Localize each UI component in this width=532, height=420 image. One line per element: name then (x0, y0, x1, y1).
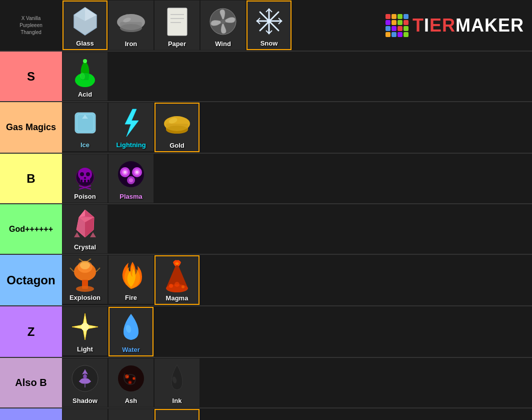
tier-items-liquid: Earth Sand (62, 408, 532, 420)
tier-items-alsob: Shadow (62, 358, 532, 407)
ink-label: Ink (172, 397, 182, 404)
tier-list: X Vanilla Purpleeen Thangled Glass (0, 0, 532, 420)
svg-rect-8 (168, 8, 187, 36)
item-lightning[interactable]: Lightning (108, 103, 154, 151)
svg-point-6 (117, 14, 145, 30)
svg-point-59 (136, 171, 138, 174)
ice-label: Ice (80, 141, 90, 149)
item-ice[interactable]: Ice (62, 103, 108, 151)
svg-point-95 (118, 365, 144, 391)
item-sand[interactable]: Sand (108, 409, 154, 420)
svg-line-80 (96, 268, 100, 272)
plasma-icon (114, 157, 148, 192)
tier-label-god: God++++++ (0, 204, 62, 254)
tier-label-alsob: Also B (0, 358, 62, 407)
svg-point-85 (182, 285, 184, 288)
item-glass[interactable]: Glass (62, 1, 108, 50)
svg-marker-68 (74, 232, 80, 237)
item-gold[interactable]: Gold (154, 103, 200, 152)
poison-icon (68, 157, 102, 192)
item-poison[interactable]: Poison (62, 154, 108, 203)
svg-marker-69 (90, 232, 96, 237)
item-acid[interactable]: Acid (62, 52, 108, 101)
svg-rect-48 (80, 180, 82, 182)
item-water[interactable]: Water (108, 307, 154, 356)
magma-icon (160, 258, 194, 293)
svg-point-40 (164, 116, 190, 131)
glass-label: Glass (76, 40, 94, 47)
svg-point-30 (83, 59, 87, 63)
crystal-label: Crystal (74, 243, 96, 251)
tier-items-gas: Ice Lightning (62, 102, 532, 153)
paper-icon (160, 4, 194, 39)
ash-label: Ash (125, 397, 138, 404)
svg-point-86 (174, 282, 180, 287)
lightning-label: Lightning (116, 141, 146, 149)
wood-icon (160, 412, 194, 420)
tier-items-z: Light Water (62, 306, 532, 357)
svg-point-61 (129, 178, 133, 182)
item-paper[interactable]: Paper (154, 1, 200, 50)
svg-rect-50 (88, 180, 90, 182)
iron-icon (114, 4, 148, 39)
svg-line-79 (70, 268, 74, 272)
creator-text: X Vanilla Purpleeen Thangled (20, 15, 42, 36)
acid-label: Acid (78, 91, 92, 98)
svg-point-99 (133, 377, 134, 379)
paper-label: Paper (168, 40, 186, 48)
fire-icon (114, 258, 148, 293)
svg-point-28 (75, 73, 95, 87)
light-label: Light (77, 345, 93, 353)
explosion-label: Explosion (70, 294, 100, 301)
plasma-label: Plasma (120, 193, 142, 200)
water-label: Water (122, 346, 140, 353)
header-row: X Vanilla Purpleeen Thangled Glass (0, 0, 532, 52)
tier-label-gas: Gas Magics (0, 102, 62, 153)
iron-label: Iron (125, 40, 138, 48)
tier-row-liquid: Liquid Earth (0, 408, 532, 420)
item-plasma[interactable]: Plasma (108, 154, 154, 203)
item-ink[interactable]: Ink (154, 358, 200, 407)
item-magma[interactable]: Magma (154, 255, 200, 305)
svg-marker-36 (125, 109, 138, 137)
tier-row-alsob: Also B Shadow (0, 358, 532, 408)
tier-items-b: Poison Plasma (62, 154, 532, 203)
site-info-label: X Vanilla Purpleeen Thangled (0, 0, 62, 51)
item-light[interactable]: Light (62, 307, 108, 355)
logo-grid (386, 14, 408, 37)
item-crystal[interactable]: Crystal (62, 205, 108, 253)
magma-label: Magma (166, 294, 188, 302)
ice-icon (68, 105, 102, 140)
item-wood[interactable]: Wood (154, 409, 200, 420)
svg-point-26 (267, 19, 271, 23)
svg-point-101 (129, 381, 130, 383)
svg-point-84 (169, 284, 173, 288)
item-iron[interactable]: Iron (108, 1, 154, 50)
svg-point-76 (76, 286, 94, 292)
tier-items-god: Crystal (62, 204, 532, 254)
item-fire[interactable]: Fire (108, 255, 154, 304)
item-wind[interactable]: Wind (200, 1, 246, 50)
lightning-icon (114, 105, 148, 140)
fire-label: Fire (125, 294, 137, 301)
item-earth[interactable]: Earth (62, 409, 108, 420)
item-ash[interactable]: Ash (108, 358, 154, 407)
item-shadow[interactable]: Shadow (62, 358, 108, 407)
light-icon (68, 309, 102, 344)
earth-icon (68, 411, 102, 420)
svg-rect-49 (84, 180, 86, 182)
item-explosion[interactable]: Explosion (62, 255, 108, 304)
tier-label-z: Z (0, 306, 62, 357)
glass-icon (68, 4, 102, 39)
tier-label-b: B (0, 154, 62, 203)
tier-row-god: God++++++ Crysta (0, 204, 532, 255)
gold-label: Gold (170, 142, 184, 149)
svg-point-56 (124, 171, 126, 174)
logo-text: TiERMAKER (412, 15, 524, 36)
tier-label-liquid: Liquid (0, 408, 62, 420)
svg-point-13 (220, 19, 226, 24)
item-snow[interactable]: Snow (246, 1, 292, 50)
poison-label: Poison (74, 193, 96, 200)
tiermaker-logo: TiERMAKER (378, 0, 532, 51)
wind-icon (206, 4, 240, 39)
